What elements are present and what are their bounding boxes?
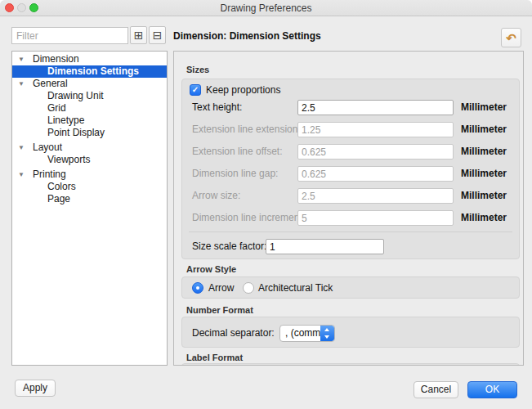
dimension-line-gap-unit: Millimeter [461,166,507,182]
tree-item-dimension-settings[interactable]: Dimension Settings [12,65,167,78]
dimension-line-gap-row: Dimension line gap: Millimeter [182,166,519,182]
arrow-radio-label: Arrow [208,277,234,299]
label-format-group-panel [181,363,520,366]
tree-item-point-display[interactable]: Point Display [12,127,167,139]
text-height-row: Text height: Millimeter [182,100,519,115]
settings-scroll-area: Sizes ✓ Keep proportions Text height: Mi… [173,51,524,366]
radio-dot-icon [196,286,199,290]
extension-line-extension-unit: Millimeter [461,122,507,137]
arrow-size-label: Arrow size: [192,188,240,204]
disclosure-triangle-icon[interactable]: ▼ [18,142,25,154]
tree-item-label: Layout [33,142,62,154]
tree-item-label: Grid [47,102,66,115]
size-scale-factor-input[interactable] [266,239,384,254]
arrow-radio[interactable] [192,282,203,294]
revert-icon: ↶ [506,31,516,45]
tree-item-label: Dimension [33,53,79,65]
tree-item-label: Page [47,193,70,205]
architectural-tick-radio[interactable] [243,282,254,294]
expand-all-button[interactable]: ⊞ [130,26,147,44]
drawing-preferences-window: Drawing Preferences ⊞ ⊟ Dimension: Dimen… [0,0,532,409]
tree-item-linetype[interactable]: Linetype [12,115,167,127]
arrow-style-group-panel: Arrow Architectural Tick [181,276,520,299]
filter-input[interactable] [11,27,128,44]
page-title: Dimension: Dimension Settings [173,30,321,42]
text-height-unit: Millimeter [461,100,507,115]
dimension-line-gap-input [297,166,454,182]
extension-line-extension-label: Extension line extension: [192,122,301,137]
settings-tree: ▼ Dimension Dimension Settings ▼ General… [11,51,168,366]
tree-item-printing[interactable]: ▼ Printing [12,169,167,181]
arrow-style-section-title: Arrow Style [186,264,236,274]
expand-all-icon: ⊞ [134,29,144,42]
architectural-tick-radio-label: Architectural Tick [258,277,333,299]
extension-line-offset-label: Extension line offset: [192,144,283,160]
separator [189,231,512,232]
apply-button[interactable]: Apply [15,380,56,397]
size-scale-factor-label: Size scale factor: [192,239,266,254]
extension-line-offset-unit: Millimeter [461,144,507,160]
decimal-separator-value: , (comma [285,326,321,341]
decimal-separator-label: Decimal separator: [192,325,275,341]
stepper-arrows-icon [320,326,334,341]
tree-item-layout[interactable]: ▼ Layout [12,142,167,154]
tree-item-drawing-unit[interactable]: Drawing Unit [12,90,167,102]
tree-item-page[interactable]: Page [12,193,167,205]
disclosure-triangle-icon[interactable]: ▼ [18,169,25,181]
extension-line-offset-input [297,144,454,160]
keep-proportions-checkbox[interactable]: ✓ [190,84,201,96]
arrow-size-input [297,188,454,204]
collapse-all-button[interactable]: ⊟ [149,26,166,44]
disclosure-triangle-icon[interactable]: ▼ [18,78,25,90]
tree-item-label: Drawing Unit [47,90,104,102]
tree-item-label: Point Display [47,127,105,139]
tree-item-general[interactable]: ▼ General [12,78,167,90]
extension-line-offset-row: Extension line offset: Millimeter [182,144,519,160]
tree-item-grid[interactable]: Grid [12,102,167,115]
tree-item-label: Linetype [47,115,84,127]
arrow-size-row: Arrow size: Millimeter [182,188,519,204]
tree-item-dimension[interactable]: ▼ Dimension [12,53,167,65]
cancel-button[interactable]: Cancel [414,381,458,398]
collapse-all-icon: ⊟ [153,29,163,42]
label-format-section-title: Label Format [186,353,243,362]
extension-line-extension-input [297,122,454,137]
ok-button[interactable]: OK [467,381,517,398]
dimension-line-increment-input [297,210,454,226]
tree-item-label: Viewports [47,154,90,166]
dimension-line-increment-row: Dimension line increment: Millimeter [182,210,519,226]
revert-button[interactable]: ↶ [501,28,521,47]
number-format-section-title: Number Format [186,305,253,315]
checkbox-check-icon: ✓ [192,85,199,94]
dimension-line-increment-label: Dimension line increment: [192,210,305,226]
number-format-group-panel: Decimal separator: , (comma [181,317,520,348]
tree-item-label: Colors [47,181,76,193]
disclosure-triangle-icon[interactable]: ▼ [18,53,25,65]
dimension-line-gap-label: Dimension line gap: [192,166,278,182]
tree-item-viewports[interactable]: Viewports [12,154,167,166]
sizes-section-title: Sizes [186,65,209,74]
size-scale-factor-row: Size scale factor: [182,239,519,254]
text-height-label: Text height: [192,100,242,115]
tree-item-colors[interactable]: Colors [12,181,167,193]
arrow-size-unit: Millimeter [461,188,507,204]
tree-item-label: Dimension Settings [47,65,139,78]
keep-proportions-label: Keep proportions [206,83,280,97]
text-height-input[interactable] [297,100,454,115]
decimal-separator-select[interactable]: , (comma [279,325,335,342]
dimension-line-increment-unit: Millimeter [461,210,507,226]
tree-item-label: Printing [33,169,66,181]
window-title: Drawing Preferences [0,2,532,15]
tree-item-label: General [33,78,68,90]
sizes-group-panel: ✓ Keep proportions Text height: Millimet… [181,79,520,259]
extension-line-extension-row: Extension line extension: Millimeter [182,122,519,137]
title-bar: Drawing Preferences [0,0,532,16]
